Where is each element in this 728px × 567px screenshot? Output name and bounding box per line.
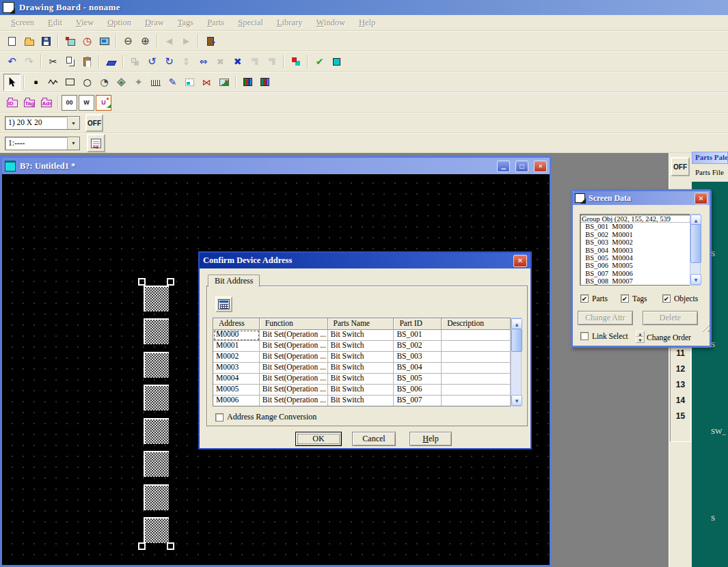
parts-page-12[interactable]: 12 [671, 364, 690, 380]
tag-mark-button[interactable]: ⋈ [198, 74, 215, 91]
bit-switch-part[interactable] [144, 385, 169, 411]
ok-button[interactable]: OK [295, 432, 342, 446]
close-icon[interactable]: ✕ [534, 161, 547, 172]
column-header-description[interactable]: Description [442, 318, 511, 330]
zoom-out-button[interactable]: ⊖ [120, 33, 137, 50]
cell-address[interactable]: M0000 [213, 330, 260, 341]
table-row[interactable]: M0006Bit Set(Operation ...Bit SwitchBS_0… [213, 396, 511, 406]
menu-item-tags[interactable]: Tags [171, 18, 200, 28]
screen-data-item[interactable]: BS_002 M0001 [580, 231, 699, 238]
cut-button[interactable]: ✂ [44, 53, 62, 70]
chevron-down-icon[interactable]: ▼ [67, 117, 79, 129]
device-keypad-button[interactable] [215, 296, 232, 312]
filter-tags[interactable]: ✔Tags [621, 294, 647, 303]
scroll-down-icon[interactable]: ▼ [690, 274, 701, 285]
scroll-down-icon[interactable]: ▼ [511, 395, 522, 406]
save-button[interactable] [38, 33, 55, 50]
menu-item-view[interactable]: View [69, 18, 100, 28]
palette-part-label[interactable]: SW_ [711, 427, 726, 435]
scroll-thumb[interactable] [511, 329, 522, 352]
checkbox-icon[interactable] [215, 413, 224, 421]
tag-tag-button[interactable]: Tag [21, 94, 38, 111]
text-button[interactable] [181, 74, 198, 91]
scroll-up-icon[interactable]: ▲ [511, 318, 522, 329]
change-attr-button[interactable]: Change Attr [578, 311, 633, 325]
bit-switch-part[interactable] [144, 352, 169, 378]
flip-horizontal-button[interactable]: ⇔ [195, 53, 212, 70]
back-button[interactable]: ◀ [161, 33, 178, 50]
selection-handle[interactable] [138, 278, 146, 286]
table-row[interactable]: M0000Bit Set(Operation ...Bit SwitchBS_0… [213, 330, 511, 341]
rectangle-button[interactable] [62, 74, 79, 91]
bit-switch-part[interactable] [144, 286, 169, 312]
checkbox-icon[interactable]: ✔ [621, 294, 629, 303]
attribute-check-button[interactable]: ✔ [311, 53, 328, 70]
undo-button[interactable]: ↶ [3, 53, 21, 70]
dot-button[interactable]: ▪ [27, 74, 44, 91]
filter-parts[interactable]: ✔Parts [580, 294, 608, 303]
cell-address[interactable]: M0001 [213, 341, 260, 352]
cell-address[interactable]: M0003 [213, 363, 260, 374]
marker-button[interactable]: ✎ [164, 74, 181, 91]
bring-front-button[interactable] [246, 53, 263, 70]
link-select-checkbox[interactable]: Link Select [580, 332, 628, 340]
state-combo[interactable]: 1:---- ▼ [5, 137, 80, 150]
screen-data-item[interactable]: Group Obj (202, 155, 242, 539 [580, 215, 699, 223]
alarm-clock-button[interactable]: ◷ [79, 33, 96, 50]
close-icon[interactable]: ✕ [695, 193, 707, 204]
help-button[interactable]: Help [409, 432, 452, 446]
menu-item-edit[interactable]: Edit [41, 18, 69, 28]
zoom-in-button[interactable]: ⊕ [137, 33, 154, 50]
table-row[interactable]: M0002Bit Set(Operation ...Bit SwitchBS_0… [213, 352, 511, 363]
rotate-right-button[interactable]: ↻ [161, 53, 178, 70]
maximize-button[interactable]: □ [515, 161, 528, 172]
select-button[interactable] [3, 74, 21, 91]
menu-item-parts[interactable]: Parts [200, 18, 231, 28]
screen-data-item[interactable]: BS_007 M0006 [580, 270, 699, 277]
screen-data-item[interactable]: BS_006 M0005 [580, 262, 699, 269]
table-row[interactable]: M0001Bit Set(Operation ...Bit SwitchBS_0… [213, 341, 511, 352]
screen-data-item[interactable]: BS_004 M0003 [580, 247, 699, 254]
minimize-button[interactable]: ▁ [497, 161, 510, 172]
screen-data-list[interactable]: Group Obj (202, 155, 242, 539 BS_001 M00… [580, 214, 700, 286]
exit-button[interactable] [202, 33, 219, 50]
swap-colors-button[interactable] [287, 53, 304, 70]
rotate-left-button[interactable]: ↺ [144, 53, 161, 70]
table-scrollbar[interactable]: ▲ ▼ [511, 318, 522, 406]
enlarge-button[interactable]: ✖ [229, 53, 246, 70]
parts-3d-2-button[interactable] [256, 74, 273, 91]
grid-size-combo[interactable]: 1) 20 X 20 ▼ [5, 116, 80, 130]
library-w-button[interactable]: W [79, 95, 94, 111]
screen-manager-button[interactable] [96, 33, 113, 50]
parts-3d-button[interactable] [239, 74, 256, 91]
paste-button[interactable] [79, 53, 96, 70]
palette-part-label[interactable]: S [711, 514, 715, 522]
change-order-spinner[interactable]: ▲ ▼ [636, 331, 645, 343]
arc-button[interactable]: ◔ [96, 74, 113, 91]
resize-grip[interactable] [701, 323, 710, 332]
app-title-bar[interactable]: Drawing Board - noname [0, 0, 728, 15]
table-row[interactable]: M0005Bit Set(Operation ...Bit SwitchBS_0… [213, 385, 511, 396]
open-button[interactable] [21, 33, 38, 50]
menu-item-help[interactable]: Help [352, 18, 382, 28]
send-back-button[interactable] [263, 53, 280, 70]
parts-page-11[interactable]: 11 [671, 348, 690, 364]
table-row[interactable]: M0003Bit Set(Operation ...Bit SwitchBS_0… [213, 363, 511, 374]
align-button[interactable] [126, 53, 144, 70]
shrink-button[interactable]: ✖ [212, 53, 229, 70]
drawing-window-title-bar[interactable]: B?: Untitled1 * ▁ □ ✕ [2, 158, 550, 174]
parts-file-button[interactable]: Parts File [692, 164, 728, 182]
polygon-button[interactable]: ✦ [130, 74, 147, 91]
library-u-button[interactable]: U [96, 95, 111, 111]
screen-data-item[interactable]: BS_005 M0004 [580, 254, 699, 262]
cell-address[interactable]: M0002 [213, 352, 260, 363]
copy-button[interactable] [62, 53, 79, 70]
parts-page-14[interactable]: 14 [671, 396, 690, 411]
cell-address[interactable]: M0005 [213, 385, 260, 396]
checkbox-icon[interactable]: ✔ [580, 294, 589, 303]
column-header-function[interactable]: Function [260, 318, 328, 330]
menu-item-window[interactable]: Window [309, 18, 352, 28]
delete-button[interactable]: Delete [643, 311, 698, 325]
bit-switch-part[interactable] [144, 517, 169, 543]
screen-copy-button[interactable] [62, 33, 79, 50]
